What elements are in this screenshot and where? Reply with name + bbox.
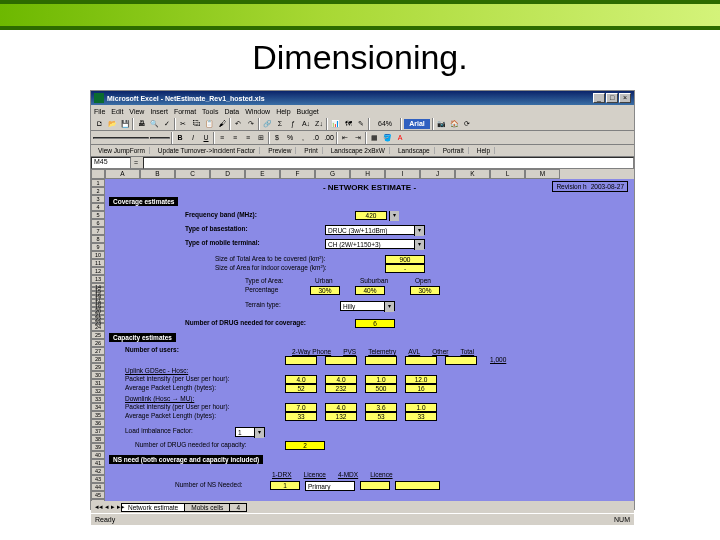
currency-icon[interactable]: $ (271, 132, 283, 144)
menu-window[interactable]: Window (245, 108, 270, 115)
dec-decimal-icon[interactable]: .00 (323, 132, 335, 144)
menu-view[interactable]: View (129, 108, 144, 115)
inc-indent-icon[interactable]: ⇥ (352, 132, 364, 144)
ct-portrait[interactable]: Portrait (439, 147, 469, 154)
chart-icon[interactable]: 📊 (329, 118, 341, 130)
col-J[interactable]: J (420, 169, 455, 179)
spell-icon[interactable]: ✓ (161, 118, 173, 130)
col-A[interactable]: A (105, 169, 140, 179)
row-7[interactable]: 7 (91, 227, 105, 235)
autosum-icon[interactable]: Σ (274, 118, 286, 130)
col-E[interactable]: E (245, 169, 280, 179)
camera-icon[interactable]: 📷 (435, 118, 447, 130)
col-B[interactable]: B (140, 169, 175, 179)
col-I[interactable]: I (385, 169, 420, 179)
mt-dropdown[interactable]: CH (2W/+1150+3)▾ (325, 239, 425, 249)
inc-decimal-icon[interactable]: .0 (310, 132, 322, 144)
menu-budget[interactable]: Budget (297, 108, 319, 115)
font-size[interactable] (150, 137, 170, 139)
ct-update[interactable]: Update Turnover->Incident Factor (154, 147, 260, 154)
align-left-icon[interactable]: ≡ (216, 132, 228, 144)
tab-mobis-cells[interactable]: Mobis cells (184, 503, 230, 512)
row-8[interactable]: 8 (91, 235, 105, 243)
pct-open[interactable]: 30% (410, 286, 440, 295)
row-2[interactable]: 2 (91, 187, 105, 195)
row-25[interactable]: 25 (91, 331, 105, 339)
row-34[interactable]: 34 (91, 403, 105, 411)
row-41[interactable]: 41 (91, 459, 105, 467)
freq-field[interactable]: 420 (355, 211, 387, 220)
row-33[interactable]: 33 (91, 395, 105, 403)
fill-color-icon[interactable]: 🪣 (381, 132, 393, 144)
row-37[interactable]: 37 (91, 427, 105, 435)
total-area-field[interactable]: 900 (385, 255, 425, 264)
row-4[interactable]: 4 (91, 203, 105, 211)
row-30[interactable]: 30 (91, 371, 105, 379)
row-31[interactable]: 31 (91, 379, 105, 387)
row-44[interactable]: 44 (91, 483, 105, 491)
row-42[interactable]: 42 (91, 467, 105, 475)
row-39[interactable]: 39 (91, 443, 105, 451)
map-icon[interactable]: 🗺 (342, 118, 354, 130)
function-icon[interactable]: ƒ (287, 118, 299, 130)
borders-icon[interactable]: ▦ (368, 132, 380, 144)
refresh-icon[interactable]: ⟳ (461, 118, 473, 130)
home-icon[interactable]: 🏠 (448, 118, 460, 130)
cut-icon[interactable]: ✂ (177, 118, 189, 130)
menu-tools[interactable]: Tools (202, 108, 218, 115)
indoor-field[interactable]: - (385, 264, 425, 273)
row-35[interactable]: 35 (91, 411, 105, 419)
italic-icon[interactable]: I (187, 132, 199, 144)
font-name[interactable]: Arial (403, 118, 431, 130)
hyperlink-icon[interactable]: 🔗 (261, 118, 273, 130)
row-28[interactable]: 28 (91, 355, 105, 363)
formula-input[interactable] (143, 157, 634, 169)
merge-icon[interactable]: ⊞ (255, 132, 267, 144)
tab-network-estimate[interactable]: Network estimate (121, 503, 185, 512)
redo-icon[interactable]: ↷ (245, 118, 257, 130)
row-12[interactable]: 12 (91, 267, 105, 275)
percent-icon[interactable]: % (284, 132, 296, 144)
terrain-dropdown[interactable]: Hilly▾ (340, 301, 395, 311)
row-9[interactable]: 9 (91, 243, 105, 251)
row-38[interactable]: 38 (91, 435, 105, 443)
comma-icon[interactable]: , (297, 132, 309, 144)
col-M[interactable]: M (525, 169, 560, 179)
align-right-icon[interactable]: ≡ (242, 132, 254, 144)
row-24[interactable]: 24 (91, 323, 105, 331)
row-1[interactable]: 1 (91, 179, 105, 187)
ct-land[interactable]: Landscape (394, 147, 435, 154)
menu-insert[interactable]: Insert (150, 108, 168, 115)
col-G[interactable]: G (315, 169, 350, 179)
row-11[interactable]: 11 (91, 259, 105, 267)
col-L[interactable]: L (490, 169, 525, 179)
row-10[interactable]: 10 (91, 251, 105, 259)
col-C[interactable]: C (175, 169, 210, 179)
ct-help[interactable]: Help (473, 147, 495, 154)
paste-icon[interactable]: 📋 (203, 118, 215, 130)
bold-icon[interactable]: B (174, 132, 186, 144)
row-3[interactable]: 3 (91, 195, 105, 203)
worksheet-area[interactable]: - NETWORK ESTIMATE - Revision h2003-08-2… (105, 179, 634, 501)
font-selector[interactable] (93, 137, 149, 139)
menu-format[interactable]: Format (174, 108, 196, 115)
col-F[interactable]: F (280, 169, 315, 179)
maximize-button[interactable]: □ (606, 93, 618, 103)
name-box[interactable]: M45 (91, 157, 131, 169)
ns-licence[interactable]: Primary (305, 481, 355, 491)
close-button[interactable]: × (619, 93, 631, 103)
row-5[interactable]: 5 (91, 211, 105, 219)
row-26[interactable]: 26 (91, 339, 105, 347)
row-36[interactable]: 36 (91, 419, 105, 427)
col-K[interactable]: K (455, 169, 490, 179)
align-center-icon[interactable]: ≡ (229, 132, 241, 144)
row-45[interactable]: 45 (91, 491, 105, 499)
tab-sheet3[interactable]: 4 (229, 503, 247, 512)
sort-asc-icon[interactable]: A↓ (300, 118, 312, 130)
ct-print[interactable]: Print (300, 147, 322, 154)
row-32[interactable]: 32 (91, 387, 105, 395)
col-H[interactable]: H (350, 169, 385, 179)
window-titlebar[interactable]: Microsoft Excel - NetEstimate_Rev1_hoste… (91, 91, 634, 105)
sort-desc-icon[interactable]: Z↓ (313, 118, 325, 130)
open-icon[interactable]: 📂 (106, 118, 118, 130)
